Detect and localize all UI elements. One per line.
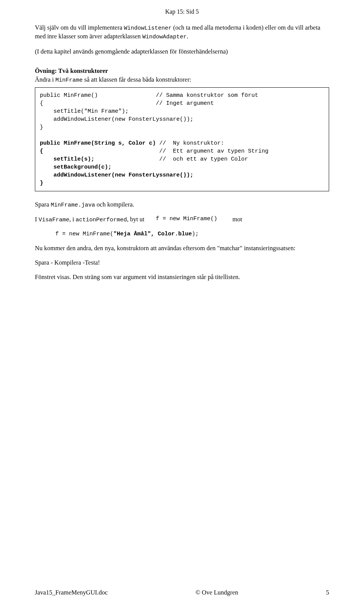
code-inline-windowadapter: WindowAdapter [142,34,187,40]
code-line: addWindowListener(new FonsterLyssnare())… [40,116,193,123]
code-block-constructors: public MinFrame() // Samma konstruktor s… [35,87,329,191]
code-line: public MinFrame() // Samma konstruktor s… [40,92,258,99]
code-line-bold: setBackground(c); [53,164,111,170]
after-paragraph-3: Spara MinFrame.java och kompilera. [35,200,329,209]
exercise-title: Övning: Två konstruktorer [35,67,329,75]
after-text-4c: , byt ut [127,216,144,223]
code-inline-filename: MinFrame.java [51,202,95,208]
code-inline-new-call: f = new MinFrame("Heja Åmål", Color.blue… [35,230,329,238]
code-line: } [40,124,43,131]
code-line-bold: { [40,148,43,155]
intro-text-1a: Välj själv om du vill implementera [35,24,124,31]
code-inline-windowlistener: WindowListener [124,25,172,32]
code-bold-args: "Heja Åmål", Color.blue [113,231,192,237]
code-line-bold: setTitle(s); [53,156,94,162]
code-line: // Ny konstruktor: [156,140,224,147]
intro-text-1c: . [187,33,188,40]
code-inline-minframe: MinFrame [55,77,83,84]
page: Kap 15: Sid 5 Välj själv om du vill impl… [0,0,364,604]
code-line: // och ett av typen Color [94,156,248,162]
footer-right: 5 [326,589,329,596]
footer-center: © Ove Lundgren [196,589,238,596]
code-line [40,156,53,162]
after-text-4b: , i [69,216,76,223]
code-line-bold: public MinFrame(String s, Color c) [40,140,156,147]
code-inline-visaframe: VisaFrame [39,217,69,223]
code-line-bold: addWindowListener(new FonsterLyssnare())… [53,172,193,178]
code-line: { // Inget argument [40,100,214,107]
exercise-text-b: så att klassen får dessa båda konstrukto… [83,76,191,83]
exercise-line: Ändra i MinFrame så att klassen får dess… [35,76,329,84]
after-text-4d: mot [232,215,242,224]
code-line: // Ett argument av typen String [43,148,268,155]
intro-paragraph-1: Välj själv om du vill implementera Windo… [35,24,329,41]
after-paragraph-7: Fönstret visas. Den sträng som var argum… [35,273,329,281]
after-paragraph-5: Nu kommer den andra, den nya, konstrukto… [35,244,329,252]
after-paragraph-4: I VisaFrame, i actionPerformed, byt ut f… [35,215,329,224]
code-line: setTitle("Min Frame"); [40,108,129,115]
after-text-3a: Spara [35,201,51,208]
page-header: Kap 15: Sid 5 [35,8,329,15]
code-line [40,164,53,170]
code-line [40,172,53,178]
after-text-3b: och kompilera. [95,201,134,208]
intro-paragraph-2: (I detta kapitel används genomgående ada… [35,47,329,56]
code-line-bold: } [40,180,43,186]
after-paragraph-6: Spara - Kompilera -Testa! [35,259,329,267]
after-text-4a: I [35,216,39,223]
code-inline-old-call: f = new MinFrame() [156,215,217,224]
footer-left: Java15_FrameMenyGUI.doc [35,589,108,596]
page-footer: Java15_FrameMenyGUI.doc © Ove Lundgren 5 [35,589,329,596]
code-inline-actionperformed: actionPerformed [76,217,127,223]
exercise-text-a: Ändra i [35,76,55,83]
